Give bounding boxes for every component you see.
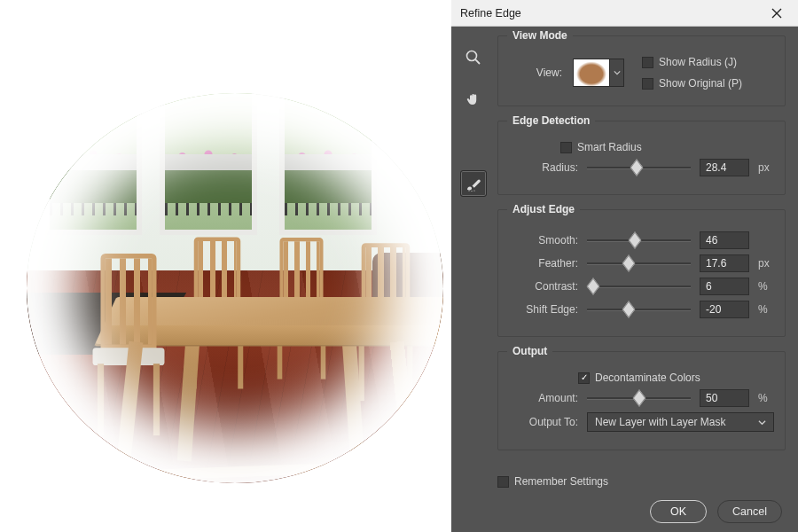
unit-label: px: [758, 257, 774, 270]
group-adjust-edge: Adjust Edge Smooth: 46 Feather: 17.6 px …: [497, 209, 786, 337]
dialog-titlebar[interactable]: Refine Edge: [451, 0, 798, 27]
shift-edge-input[interactable]: -20: [700, 301, 749, 318]
radius-slider[interactable]: [587, 160, 691, 175]
refine-edge-dialog: Refine Edge: [451, 0, 798, 532]
scene-window: [279, 93, 377, 235]
checkbox-icon: [642, 57, 653, 68]
output-to-select[interactable]: New Layer with Layer Mask: [587, 412, 774, 432]
hand-tool[interactable]: [460, 87, 487, 113]
checkbox-icon: [642, 78, 653, 90]
feather-label: Feather:: [509, 257, 578, 270]
document-canvas: [0, 0, 452, 532]
amount-input[interactable]: 50: [700, 389, 749, 407]
view-label: View:: [509, 66, 562, 79]
ok-button[interactable]: OK: [650, 500, 707, 523]
group-output: Output Decontaminate Colors Amount: 50 %…: [497, 351, 786, 450]
feather-slider[interactable]: [587, 256, 691, 270]
checkbox-icon: [497, 476, 509, 488]
feather-input[interactable]: 17.6: [700, 254, 749, 272]
group-legend: Edge Detection: [507, 114, 595, 127]
refine-radius-brush-tool[interactable]: [460, 170, 487, 197]
selection-preview-oval: [27, 93, 443, 483]
svg-point-2: [468, 190, 469, 191]
brush-icon: [465, 175, 482, 192]
close-icon: [771, 8, 782, 19]
checkbox-label: Show Radius (J): [659, 56, 737, 68]
checkbox-icon: [560, 142, 572, 153]
shift-edge-slider[interactable]: [587, 302, 691, 317]
scene-window: [160, 93, 257, 235]
svg-point-4: [473, 190, 474, 191]
cancel-button[interactable]: Cancel: [717, 500, 782, 523]
svg-point-3: [471, 191, 472, 192]
contrast-input[interactable]: 6: [700, 278, 749, 295]
svg-line-1: [475, 59, 480, 64]
output-to-label: Output To:: [509, 416, 578, 428]
dialog-title: Refine Edge: [460, 7, 521, 20]
smart-radius-checkbox[interactable]: Smart Radius: [560, 141, 774, 153]
checkbox-label: Decontaminate Colors: [595, 372, 700, 384]
amount-slider[interactable]: [587, 391, 691, 405]
remember-settings-checkbox[interactable]: Remember Settings: [497, 475, 608, 488]
checkbox-label: Remember Settings: [514, 475, 608, 488]
hand-icon: [465, 91, 482, 109]
unit-label: %: [758, 280, 774, 293]
radius-label: Radius:: [509, 161, 578, 174]
magnifier-icon: [465, 49, 482, 66]
select-value: New Layer with Layer Mask: [595, 416, 725, 428]
show-radius-checkbox[interactable]: Show Radius (J): [642, 56, 774, 68]
checkbox-icon: [578, 372, 590, 384]
checkbox-label: Show Original (P): [659, 77, 742, 90]
svg-point-0: [467, 51, 477, 61]
contrast-label: Contrast:: [509, 280, 578, 293]
unit-label: %: [758, 392, 774, 404]
smooth-input[interactable]: 46: [700, 231, 749, 249]
unit-label: px: [758, 161, 774, 174]
group-legend: View Mode: [507, 29, 573, 42]
chevron-down-icon: [758, 419, 766, 426]
decontaminate-colors-checkbox[interactable]: Decontaminate Colors: [578, 372, 774, 384]
scene-window: [44, 93, 142, 235]
view-mode-dropdown[interactable]: [610, 59, 624, 87]
tool-column: [458, 35, 489, 466]
group-legend: Adjust Edge: [507, 203, 580, 215]
shift-edge-label: Shift Edge:: [509, 303, 578, 316]
close-button[interactable]: [764, 1, 789, 26]
smooth-slider[interactable]: [587, 233, 691, 247]
group-view-mode: View Mode View: Show Radius (J): [497, 35, 786, 106]
radius-input[interactable]: 28.4: [700, 159, 749, 176]
chevron-down-icon: [614, 69, 621, 76]
amount-label: Amount:: [509, 392, 578, 404]
contrast-slider[interactable]: [587, 279, 691, 293]
group-legend: Output: [507, 345, 552, 357]
smooth-label: Smooth:: [509, 234, 578, 246]
unit-label: %: [758, 303, 774, 316]
checkbox-label: Smart Radius: [577, 141, 642, 153]
group-edge-detection: Edge Detection Smart Radius Radius: 28.4…: [497, 121, 786, 195]
show-original-checkbox[interactable]: Show Original (P): [642, 77, 774, 90]
view-mode-thumbnail[interactable]: [573, 59, 610, 87]
zoom-tool[interactable]: [460, 44, 487, 71]
